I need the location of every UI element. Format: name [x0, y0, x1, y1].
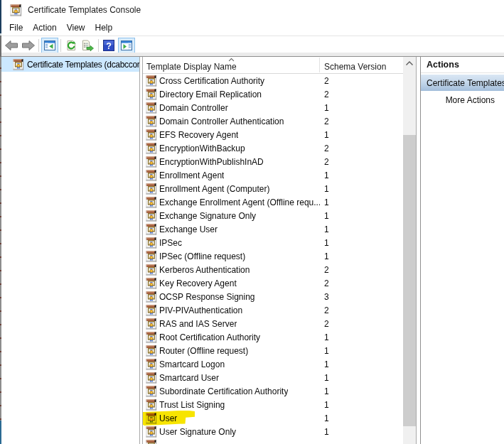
table-row[interactable]: PIV-PIVAuthentication 2: [143, 303, 403, 317]
table-row[interactable]: Key Recovery Agent 2: [143, 276, 403, 290]
schema-version: 1: [324, 238, 329, 248]
pane-divider[interactable]: [139, 57, 140, 444]
schema-version: 2: [324, 90, 329, 99]
table-row[interactable]: Domain Controller 1: [143, 101, 403, 114]
schema-version: 1: [324, 251, 329, 261]
table-row[interactable]: Enrollment Agent 1: [143, 168, 403, 182]
template-name: Domain Controller Authentication: [159, 117, 284, 126]
template-name: Exchange Enrollment Agent (Offline requ.…: [159, 197, 320, 207]
table-row[interactable]: EFS Recovery Agent 1: [143, 128, 403, 141]
show-console-tree-icon: [44, 40, 55, 51]
table-row[interactable]: Router (Offline request) 1: [143, 344, 403, 357]
table-row[interactable]: IPSec (Offline request) 1: [143, 249, 403, 263]
certificate-template-icon: [146, 197, 157, 208]
certificate-template-icon: [146, 359, 157, 370]
tree-item-certificate-templates[interactable]: Certificate Templates (dcabccorp: [1, 57, 139, 72]
actions-pane-title: Actions: [421, 60, 459, 70]
table-row[interactable]: User Signature Only 1: [143, 425, 403, 438]
schema-version: 1: [324, 400, 329, 410]
template-name: Smartcard User: [159, 373, 219, 383]
table-row[interactable]: IPSec 1: [143, 236, 403, 249]
window-title: Certificate Templates Console: [28, 5, 141, 15]
template-name: EncryptionWithBackup: [159, 144, 245, 153]
templates-list-pane: Cross Certification Authority 2 Director…: [143, 57, 416, 444]
vertical-scrollbar[interactable]: [403, 57, 416, 444]
table-row[interactable]: Root Certification Authority 1: [143, 330, 403, 344]
template-name: EFS Recovery Agent: [159, 130, 238, 140]
certificate-template-icon: [146, 102, 157, 114]
schema-version: 2: [324, 144, 329, 153]
scrollbar-up-button[interactable]: [403, 57, 416, 69]
forward-button[interactable]: [21, 38, 36, 53]
schema-version: 1: [324, 170, 329, 180]
certificate-template-icon: [146, 264, 157, 276]
export-list-button[interactable]: [79, 38, 96, 53]
certificate-template-icon: [146, 89, 157, 100]
schema-version: 1: [324, 413, 329, 423]
menu-help[interactable]: Help: [90, 21, 118, 34]
actions-group-header[interactable]: Certificate Templates: [421, 75, 504, 91]
schema-version: 1: [324, 103, 329, 113]
scrollbar-thumb[interactable]: [403, 135, 416, 426]
table-row[interactable]: Smartcard User 1: [143, 371, 403, 384]
mmc-window: Certificate Templates Console File Actio…: [0, 0, 504, 444]
template-name: Exchange Signature Only: [159, 211, 256, 221]
column-divider[interactable]: [319, 58, 320, 72]
schema-version: 1: [324, 386, 329, 396]
column-header-template-display-name[interactable]: Template Display Name: [146, 57, 237, 72]
table-row[interactable]: [143, 438, 403, 444]
template-name: Trust List Signing: [159, 400, 225, 410]
table-row[interactable]: Exchange User 1: [143, 222, 403, 236]
help-icon: [103, 40, 114, 51]
refresh-button[interactable]: [63, 38, 79, 53]
template-name: Kerberos Authentication: [159, 265, 250, 275]
template-name: Directory Email Replication: [159, 90, 262, 99]
forward-arrow-icon: [21, 40, 36, 51]
show-console-tree-button[interactable]: [41, 38, 58, 53]
table-row[interactable]: Exchange Signature Only 1: [143, 209, 403, 222]
table-row[interactable]: EncryptionWithPublishInAD 2: [143, 155, 403, 168]
schema-version: 2: [324, 319, 329, 329]
schema-version: 1: [324, 184, 329, 194]
show-action-pane-button[interactable]: [118, 38, 135, 53]
menu-action[interactable]: Action: [28, 21, 61, 34]
app-icon: [10, 4, 22, 16]
table-row[interactable]: Enrollment Agent (Computer) 1: [143, 182, 403, 195]
certificate-template-icon: [146, 332, 157, 343]
table-row[interactable]: OCSP Response Signing 3: [143, 290, 403, 303]
table-row[interactable]: RAS and IAS Server 2: [143, 317, 403, 330]
help-button[interactable]: [101, 38, 117, 53]
table-row[interactable]: Cross Certification Authority 2: [143, 74, 403, 87]
table-row[interactable]: EncryptionWithBackup 2: [143, 141, 403, 155]
certificate-template-icon: [146, 143, 157, 154]
schema-version: 2: [324, 117, 329, 126]
template-name: IPSec: [159, 238, 182, 248]
column-header-schema-version[interactable]: Schema Version: [324, 57, 386, 72]
table-row[interactable]: Subordinate Certification Authority 1: [143, 384, 403, 398]
menu-view[interactable]: View: [62, 21, 90, 34]
schema-version: 1: [324, 359, 329, 369]
schema-version: 1: [324, 373, 329, 383]
template-name: Enrollment Agent (Computer): [159, 184, 269, 194]
table-row[interactable]: Smartcard Logon 1: [143, 357, 403, 371]
table-row[interactable]: Exchange Enrollment Agent (Offline requ.…: [143, 195, 403, 209]
more-actions-button[interactable]: More Actions: [421, 91, 504, 109]
schema-version: 1: [324, 224, 329, 234]
table-row[interactable]: Kerberos Authentication 2: [143, 263, 403, 276]
template-name: EncryptionWithPublishInAD: [159, 157, 264, 167]
back-button[interactable]: [4, 38, 19, 53]
certificate-template-icon: [146, 224, 157, 235]
actions-pane-header: Actions: [421, 57, 504, 73]
toolbar: [1, 36, 504, 53]
template-name: Root Certification Authority: [159, 332, 260, 342]
certificate-template-icon: [146, 318, 157, 330]
table-row[interactable]: Trust List Signing 1: [143, 398, 403, 411]
certificate-template-icon: [146, 129, 157, 141]
table-row[interactable]: Domain Controller Authentication 2: [143, 114, 403, 128]
export-list-icon: [81, 40, 94, 51]
pane-divider: [416, 57, 417, 444]
certificate-template-icon: [146, 440, 157, 444]
menu-file[interactable]: File: [4, 21, 28, 34]
schema-version: 1: [324, 427, 329, 437]
table-row[interactable]: Directory Email Replication 2: [143, 87, 403, 101]
